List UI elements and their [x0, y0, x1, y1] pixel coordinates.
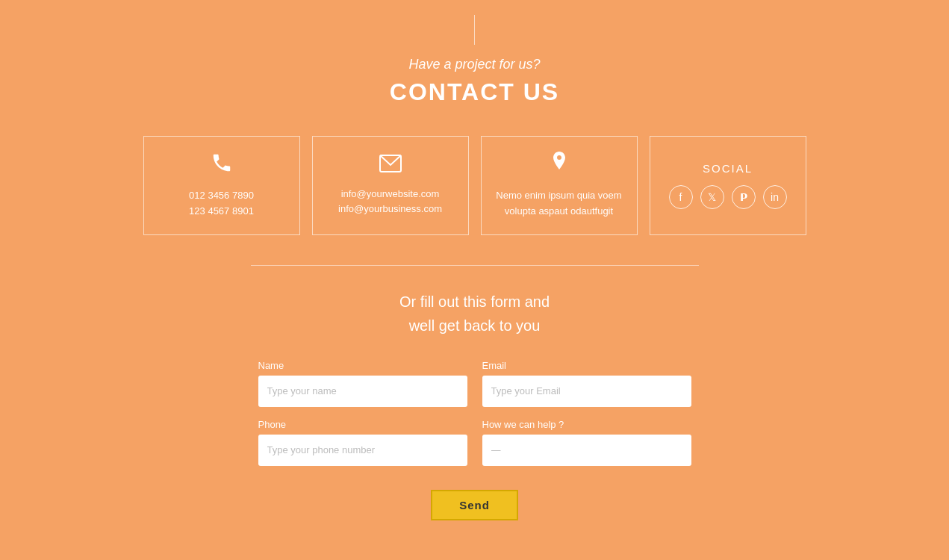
phone-group: Phone — [258, 419, 467, 466]
location-card: Nemo enim ipsum quia voemvolupta aspaut … — [481, 136, 638, 235]
phone-icon — [211, 152, 233, 179]
facebook-icon[interactable]: f — [669, 185, 693, 209]
name-group: Name — [258, 360, 467, 407]
name-label: Name — [258, 360, 467, 371]
help-input[interactable] — [482, 435, 691, 466]
form-row-2: Phone How we can help ? — [258, 419, 691, 466]
name-input[interactable] — [258, 376, 467, 407]
section-divider — [251, 265, 699, 266]
contact-form: Name Email Phone How we can help ? Send — [258, 360, 691, 520]
social-title: SOCIAL — [703, 162, 753, 175]
page-subtitle: Have a project for us? — [408, 57, 540, 72]
form-subtitle: Or fill out this form and well get back … — [399, 290, 550, 337]
pinterest-icon[interactable]: 𝗣 — [732, 185, 756, 209]
social-card: SOCIAL f 𝕏 𝗣 in — [650, 136, 806, 235]
email-icon — [379, 154, 402, 178]
phone-card: 012 3456 7890123 4567 8901 — [143, 136, 300, 235]
phone-numbers: 012 3456 7890123 4567 8901 — [189, 188, 254, 220]
email-input[interactable] — [482, 376, 691, 407]
email-group: Email — [482, 360, 691, 407]
send-button[interactable]: Send — [431, 490, 518, 520]
form-row-1: Name Email — [258, 360, 691, 407]
location-text: Nemo enim ipsum quia voemvolupta aspaut … — [496, 188, 621, 220]
help-label: How we can help ? — [482, 419, 691, 430]
page-title: CONTACT US — [390, 78, 559, 106]
twitter-icon[interactable]: 𝕏 — [700, 185, 724, 209]
email-addresses: info@yourwebsite.cominfo@yourbusiness.co… — [338, 187, 442, 218]
info-cards: 012 3456 7890123 4567 8901 info@yourwebs… — [139, 136, 811, 235]
email-card: info@yourwebsite.cominfo@yourbusiness.co… — [312, 136, 469, 235]
linkedin-icon[interactable]: in — [763, 185, 787, 209]
phone-input[interactable] — [258, 435, 467, 466]
email-label: Email — [482, 360, 691, 371]
send-button-wrapper: Send — [258, 490, 691, 520]
social-icons-row: f 𝕏 𝗣 in — [669, 185, 787, 209]
phone-label: Phone — [258, 419, 467, 430]
help-group: How we can help ? — [482, 419, 691, 466]
top-divider — [474, 15, 475, 45]
location-icon — [550, 152, 568, 179]
